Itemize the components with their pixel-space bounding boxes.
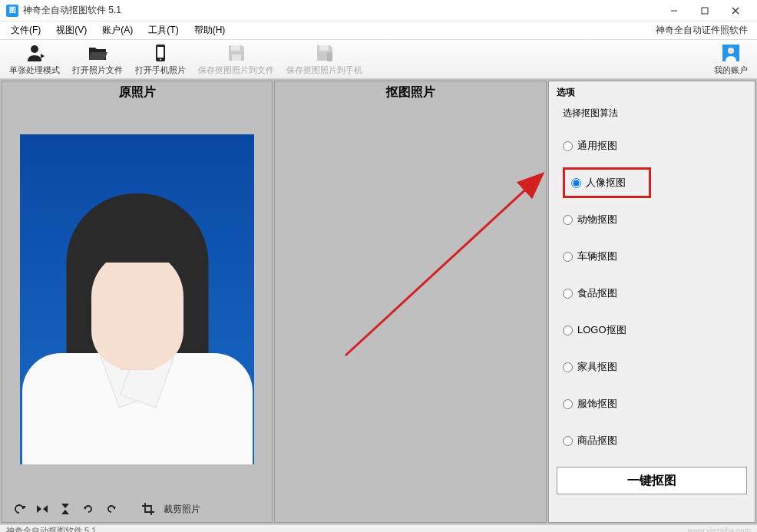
menu-tools[interactable]: 工具(T) — [140, 21, 186, 39]
result-title: 抠图照片 — [275, 81, 546, 103]
open-file-button[interactable]: 打开照片文件 — [66, 40, 129, 78]
radio-furniture[interactable]: 家具抠图 — [563, 349, 747, 385]
original-photo-panel: 原照片 裁剪照片 — [2, 81, 273, 523]
svg-rect-7 — [157, 47, 164, 58]
menubar: 文件(F) 视图(V) 账户(A) 工具(T) 帮助(H) 神奇全自动证件照软件 — [0, 21, 757, 39]
radio-animal[interactable]: 动物抠图 — [563, 201, 747, 238]
cutout-button[interactable]: 一键抠图 — [557, 467, 747, 494]
save-phone-button: 保存抠图照片到手机 — [280, 40, 369, 78]
promo-link[interactable]: 神奇全自动证件照软件 — [656, 24, 754, 37]
minimize-button[interactable] — [659, 0, 689, 21]
folder-icon — [88, 43, 107, 63]
menu-account[interactable]: 账户(A) — [94, 21, 140, 39]
svg-marker-5 — [41, 54, 45, 58]
undo-button[interactable] — [10, 500, 28, 518]
open-phone-button[interactable]: 打开手机照片 — [129, 40, 192, 78]
result-photo-container — [275, 103, 546, 522]
menu-file[interactable]: 文件(F) — [3, 21, 48, 39]
rotate-right-button[interactable] — [102, 500, 121, 518]
phone-icon — [150, 43, 170, 63]
account-button[interactable]: 我的账户 — [708, 40, 754, 78]
radio-portrait[interactable]: 人像抠图 — [563, 167, 651, 198]
algorithm-label: 选择抠图算法 — [563, 107, 747, 120]
svg-rect-10 — [232, 55, 241, 61]
flip-h-button[interactable] — [33, 500, 51, 518]
svg-rect-1 — [702, 8, 708, 14]
svg-marker-21 — [113, 507, 116, 510]
original-photo-container — [2, 103, 272, 496]
single-mode-button[interactable]: 单张处理模式 — [3, 40, 66, 78]
svg-point-4 — [31, 45, 38, 53]
menu-help[interactable]: 帮助(H) — [187, 21, 233, 39]
maximize-button[interactable] — [689, 0, 720, 21]
svg-rect-12 — [327, 52, 332, 61]
crop-button[interactable] — [139, 500, 157, 518]
save-phone-icon — [315, 43, 335, 63]
close-button[interactable] — [720, 0, 751, 21]
radio-general[interactable]: 通用抠图 — [563, 127, 747, 164]
avatar-icon — [721, 43, 741, 63]
svg-marker-17 — [43, 505, 48, 513]
window-title: 神奇全自动抠图软件 5.1 — [23, 4, 659, 17]
svg-point-8 — [160, 58, 161, 60]
rotate-left-button[interactable] — [79, 500, 98, 518]
radio-clothing[interactable]: 服饰抠图 — [563, 385, 747, 422]
toolbar: 单张处理模式 打开照片文件 打开手机照片 保存抠图照片到文件 保存抠图照片到手机… — [0, 39, 757, 79]
save-file-button: 保存抠图照片到文件 — [192, 40, 280, 78]
svg-point-14 — [728, 48, 734, 54]
flip-v-button[interactable] — [56, 500, 74, 518]
radio-product[interactable]: 商品抠图 — [563, 422, 747, 459]
radio-food[interactable]: 食品抠图 — [563, 275, 747, 312]
svg-rect-11 — [319, 45, 329, 51]
svg-marker-18 — [61, 504, 69, 508]
original-photo[interactable] — [20, 134, 254, 464]
titlebar: 图 神奇全自动抠图软件 5.1 — [0, 0, 757, 21]
original-title: 原照片 — [2, 81, 272, 103]
statusbar: 神奇全自动抠图软件 5.1 www.xiazaiba.com — [0, 524, 757, 532]
content-area: 原照片 裁剪照片 — [0, 79, 757, 524]
result-photo-panel: 抠图照片 — [274, 81, 547, 523]
radio-vehicle[interactable]: 车辆抠图 — [563, 238, 747, 275]
options-title: 选项 — [557, 86, 747, 99]
statusbar-text: 神奇全自动抠图软件 5.1 — [6, 525, 96, 532]
app-icon: 图 — [6, 5, 18, 17]
svg-rect-9 — [231, 45, 240, 51]
svg-marker-20 — [84, 507, 87, 510]
photo-tools: 裁剪照片 — [2, 496, 272, 522]
crop-label: 裁剪照片 — [164, 503, 200, 516]
save-file-icon — [226, 43, 246, 63]
person-icon — [25, 43, 45, 63]
menu-view[interactable]: 视图(V) — [48, 21, 94, 39]
options-panel: 选项 选择抠图算法 通用抠图 人像抠图 动物抠图 车辆抠图 食品抠图 LOGO抠… — [548, 81, 755, 523]
algorithm-radio-group: 通用抠图 人像抠图 动物抠图 车辆抠图 食品抠图 LOGO抠图 家具抠图 服饰抠… — [557, 127, 747, 459]
watermark: www.xiazaiba.com — [688, 527, 751, 532]
svg-marker-16 — [37, 505, 41, 513]
svg-marker-19 — [61, 510, 69, 514]
radio-logo[interactable]: LOGO抠图 — [563, 312, 747, 349]
